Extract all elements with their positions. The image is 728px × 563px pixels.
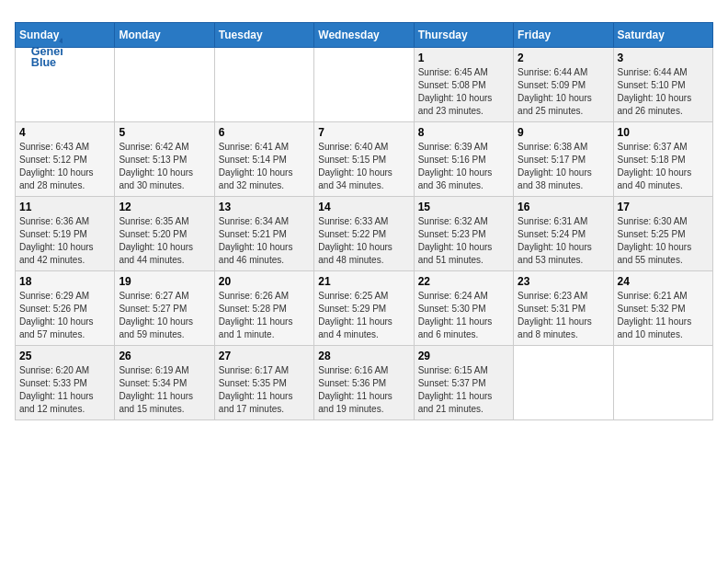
calendar-cell: 20Sunrise: 6:26 AM Sunset: 5:28 PM Dayli… [214,271,313,346]
weekday-header-tuesday: Tuesday [214,23,313,48]
calendar-cell: 26Sunrise: 6:19 AM Sunset: 5:34 PM Dayli… [115,346,214,420]
svg-text:Blue: Blue [31,56,56,69]
calendar-cell: 14Sunrise: 6:33 AM Sunset: 5:22 PM Dayli… [314,197,414,271]
day-info: Sunrise: 6:44 AM Sunset: 5:09 PM Dayligh… [518,66,609,118]
day-number: 7 [318,126,409,139]
day-number: 29 [418,350,509,362]
calendar-cell [314,48,414,122]
calendar-cell: 23Sunrise: 6:23 AM Sunset: 5:31 PM Dayli… [514,271,613,346]
day-number: 17 [618,201,709,213]
calendar-cell: 27Sunrise: 6:17 AM Sunset: 5:35 PM Dayli… [214,346,313,420]
calendar-cell: 8Sunrise: 6:39 AM Sunset: 5:16 PM Daylig… [414,122,513,197]
calendar-cell: 19Sunrise: 6:27 AM Sunset: 5:27 PM Dayli… [115,271,214,346]
day-info: Sunrise: 6:19 AM Sunset: 5:34 PM Dayligh… [119,364,210,416]
calendar-cell: 16Sunrise: 6:31 AM Sunset: 5:24 PM Dayli… [514,197,613,271]
weekday-header-friday: Friday [514,23,613,48]
day-number: 9 [518,126,609,139]
calendar-cell [115,48,214,122]
calendar-cell: 1Sunrise: 6:45 AM Sunset: 5:08 PM Daylig… [414,48,513,122]
day-number: 11 [19,201,110,213]
day-number: 25 [19,350,110,362]
calendar-cell: 9Sunrise: 6:38 AM Sunset: 5:17 PM Daylig… [514,122,613,197]
day-number: 18 [19,275,110,288]
weekday-header-monday: Monday [115,23,214,48]
calendar-cell: 21Sunrise: 6:25 AM Sunset: 5:29 PM Dayli… [314,271,414,346]
calendar-cell: 5Sunrise: 6:42 AM Sunset: 5:13 PM Daylig… [115,122,214,197]
day-number: 19 [119,275,210,288]
weekday-header-thursday: Thursday [414,23,513,48]
calendar-cell: 17Sunrise: 6:30 AM Sunset: 5:25 PM Dayli… [613,197,712,271]
day-number: 28 [318,350,409,362]
day-info: Sunrise: 6:41 AM Sunset: 5:14 PM Dayligh… [219,141,310,192]
day-number: 22 [418,275,509,288]
day-info: Sunrise: 6:17 AM Sunset: 5:35 PM Dayligh… [219,364,310,416]
day-number: 3 [618,52,709,64]
day-number: 1 [418,52,509,64]
day-info: Sunrise: 6:38 AM Sunset: 5:17 PM Dayligh… [518,141,609,192]
day-info: Sunrise: 6:35 AM Sunset: 5:20 PM Dayligh… [119,215,210,267]
day-info: Sunrise: 6:25 AM Sunset: 5:29 PM Dayligh… [318,290,409,341]
day-info: Sunrise: 6:34 AM Sunset: 5:21 PM Dayligh… [219,215,310,267]
calendar-table: SundayMondayTuesdayWednesdayThursdayFrid… [15,22,713,420]
day-info: Sunrise: 6:21 AM Sunset: 5:32 PM Dayligh… [618,290,709,341]
day-info: Sunrise: 6:45 AM Sunset: 5:08 PM Dayligh… [418,66,509,118]
day-number: 27 [219,350,310,362]
calendar-cell: 22Sunrise: 6:24 AM Sunset: 5:30 PM Dayli… [414,271,513,346]
calendar-cell: 25Sunrise: 6:20 AM Sunset: 5:33 PM Dayli… [16,346,115,420]
day-info: Sunrise: 6:33 AM Sunset: 5:22 PM Dayligh… [318,215,409,267]
day-number: 4 [19,126,110,139]
calendar-cell: 18Sunrise: 6:29 AM Sunset: 5:26 PM Dayli… [16,271,115,346]
day-number: 14 [318,201,409,213]
day-info: Sunrise: 6:26 AM Sunset: 5:28 PM Dayligh… [219,290,310,341]
calendar-cell: 11Sunrise: 6:36 AM Sunset: 5:19 PM Dayli… [16,197,115,271]
day-number: 6 [219,126,310,139]
day-info: Sunrise: 6:27 AM Sunset: 5:27 PM Dayligh… [119,290,210,341]
calendar-cell [514,346,613,420]
day-info: Sunrise: 6:43 AM Sunset: 5:12 PM Dayligh… [19,141,110,192]
calendar-cell: 12Sunrise: 6:35 AM Sunset: 5:20 PM Dayli… [115,197,214,271]
day-info: Sunrise: 6:37 AM Sunset: 5:18 PM Dayligh… [618,141,709,192]
calendar-cell [613,346,712,420]
calendar-cell: 13Sunrise: 6:34 AM Sunset: 5:21 PM Dayli… [214,197,313,271]
day-number: 10 [618,126,709,139]
calendar-cell: 29Sunrise: 6:15 AM Sunset: 5:37 PM Dayli… [414,346,513,420]
calendar-cell: 2Sunrise: 6:44 AM Sunset: 5:09 PM Daylig… [514,48,613,122]
logo-icon: General Blue [29,37,63,70]
weekday-header-saturday: Saturday [613,23,712,48]
day-info: Sunrise: 6:39 AM Sunset: 5:16 PM Dayligh… [418,141,509,192]
calendar-cell: 15Sunrise: 6:32 AM Sunset: 5:23 PM Dayli… [414,197,513,271]
weekday-header-wednesday: Wednesday [314,23,414,48]
day-number: 20 [219,275,310,288]
day-info: Sunrise: 6:30 AM Sunset: 5:25 PM Dayligh… [618,215,709,267]
day-number: 2 [518,52,609,64]
day-number: 16 [518,201,609,213]
calendar-cell: 3Sunrise: 6:44 AM Sunset: 5:10 PM Daylig… [613,48,712,122]
day-info: Sunrise: 6:29 AM Sunset: 5:26 PM Dayligh… [19,290,110,341]
calendar-cell: 7Sunrise: 6:40 AM Sunset: 5:15 PM Daylig… [314,122,414,197]
day-info: Sunrise: 6:15 AM Sunset: 5:37 PM Dayligh… [418,364,509,416]
day-info: Sunrise: 6:31 AM Sunset: 5:24 PM Dayligh… [518,215,609,267]
calendar-cell [214,48,313,122]
calendar-cell: 10Sunrise: 6:37 AM Sunset: 5:18 PM Dayli… [613,122,712,197]
day-info: Sunrise: 6:40 AM Sunset: 5:15 PM Dayligh… [318,141,409,192]
day-number: 21 [318,275,409,288]
day-number: 26 [119,350,210,362]
calendar-cell: 4Sunrise: 6:43 AM Sunset: 5:12 PM Daylig… [16,122,115,197]
day-number: 8 [418,126,509,139]
day-info: Sunrise: 6:42 AM Sunset: 5:13 PM Dayligh… [119,141,210,192]
day-number: 15 [418,201,509,213]
calendar-cell: 6Sunrise: 6:41 AM Sunset: 5:14 PM Daylig… [214,122,313,197]
day-info: Sunrise: 6:36 AM Sunset: 5:19 PM Dayligh… [19,215,110,267]
day-info: Sunrise: 6:20 AM Sunset: 5:33 PM Dayligh… [19,364,110,416]
day-number: 12 [119,201,210,213]
day-info: Sunrise: 6:44 AM Sunset: 5:10 PM Dayligh… [618,66,709,118]
day-number: 13 [219,201,310,213]
day-number: 24 [618,275,709,288]
day-info: Sunrise: 6:32 AM Sunset: 5:23 PM Dayligh… [418,215,509,267]
day-info: Sunrise: 6:23 AM Sunset: 5:31 PM Dayligh… [518,290,609,341]
logo: General Blue [29,37,63,70]
calendar-cell: 28Sunrise: 6:16 AM Sunset: 5:36 PM Dayli… [314,346,414,420]
calendar-cell: 24Sunrise: 6:21 AM Sunset: 5:32 PM Dayli… [613,271,712,346]
day-info: Sunrise: 6:24 AM Sunset: 5:30 PM Dayligh… [418,290,509,341]
day-number: 5 [119,126,210,139]
